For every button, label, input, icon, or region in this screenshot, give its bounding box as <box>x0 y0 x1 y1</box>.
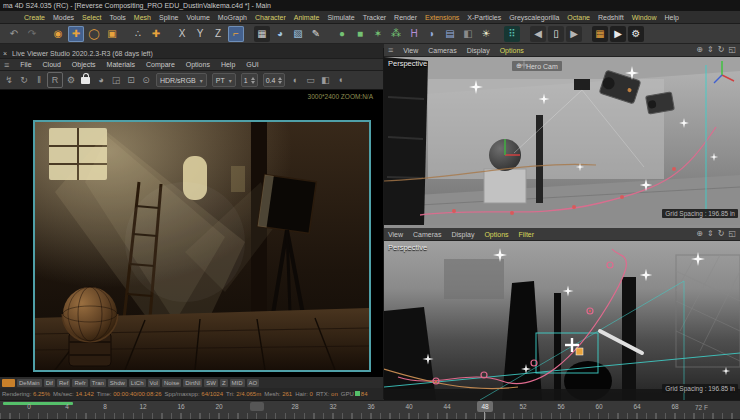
cube-primitive-icon[interactable]: ■ <box>352 26 368 42</box>
camera-view-icon[interactable]: ◧ <box>318 73 332 87</box>
pick-material-icon[interactable]: ◲ <box>109 73 123 87</box>
render-pass-button[interactable]: MID <box>230 379 245 387</box>
bottom-viewport-canvas[interactable]: Perspective Grid Spacing : 196.85 in <box>384 241 740 400</box>
render-picture-viewer-icon[interactable]: ▶ <box>610 26 626 42</box>
render-pass-button[interactable]: DirtNl <box>183 379 202 387</box>
film-settings-icon[interactable]: ▭ <box>303 73 317 87</box>
sphere-primitive-icon[interactable]: ● <box>334 26 350 42</box>
floor-object-icon[interactable]: ▤ <box>442 26 458 42</box>
pause-render-icon[interactable]: ‖ <box>32 73 46 87</box>
spacer-3[interactable] <box>166 26 172 42</box>
sync-render-icon[interactable]: ↻ <box>17 73 31 87</box>
octane-menu-item[interactable]: Options <box>186 61 210 68</box>
viewport-menu-item[interactable]: Display <box>467 47 490 54</box>
camera-object-icon[interactable]: ◧ <box>460 26 476 42</box>
content-browser-icon[interactable]: ▧ <box>290 26 306 42</box>
zoom-view-icon[interactable]: ⇕ <box>707 230 714 238</box>
render-pass-button[interactable]: DeMain <box>17 379 42 387</box>
octane-render-viewport[interactable]: 3000*2400 ZOOM:N/A <box>0 90 383 377</box>
viewport-menu-item[interactable]: Filter <box>519 231 535 238</box>
scale-tool-icon[interactable]: ▣ <box>104 26 120 42</box>
snap-tool-icon[interactable]: ✚ <box>148 26 164 42</box>
hero-cam-label[interactable]: ⊕ Hero Cam <box>512 61 562 71</box>
axis-z-icon[interactable]: Z <box>210 26 226 42</box>
render-pass-button[interactable]: Ref <box>57 379 70 387</box>
start-render-icon[interactable]: ↯ <box>2 73 16 87</box>
render-pass-button[interactable]: Dif <box>44 379 55 387</box>
pen-tool-icon[interactable]: ✎ <box>308 26 324 42</box>
viewport-menu-item[interactable]: Options <box>484 231 508 238</box>
hamburger-icon[interactable]: ≡ <box>388 45 393 55</box>
render-pass-button[interactable]: Noise <box>162 379 181 387</box>
render-view-icon[interactable]: ▦ <box>254 26 270 42</box>
restart-render-icon[interactable]: R <box>47 72 63 88</box>
pan-view-icon[interactable]: ⊕ <box>696 230 703 238</box>
render-pass-button[interactable]: Refr <box>72 379 87 387</box>
undo-icon[interactable]: ↶ <box>6 26 22 42</box>
render-pass-button[interactable]: LtCh <box>129 379 146 387</box>
move-handle-icon[interactable]: ⊕ <box>516 62 522 70</box>
star-primitive-icon[interactable]: ✶ <box>370 26 386 42</box>
timeline-ruler[interactable]: 048121620242832364044485256606468 48 72 … <box>0 400 740 420</box>
team-render-icon[interactable]: ◕ <box>272 26 288 42</box>
spacer-2[interactable] <box>122 26 128 42</box>
render-pass-button[interactable]: Tran <box>90 379 106 387</box>
close-icon[interactable]: × <box>3 50 7 57</box>
render-pass-button[interactable]: AO <box>247 379 260 387</box>
kernel-dropdown[interactable]: PT▾ <box>212 73 236 87</box>
move-tool-icon[interactable]: ✚ <box>68 26 84 42</box>
subsample-icon[interactable]: ◖ <box>333 73 347 87</box>
live-selection-icon[interactable]: ◉ <box>50 26 66 42</box>
stepper-arrows-icon[interactable] <box>278 77 282 84</box>
rotate-view-icon[interactable]: ↻ <box>718 46 725 54</box>
octane-menu-item[interactable]: Help <box>221 61 235 68</box>
render-pass-button[interactable]: Vol <box>148 379 160 387</box>
last-tool-icon[interactable]: ∴ <box>130 26 146 42</box>
top-viewport-canvas[interactable]: ⊕ Hero Cam Perspective Grid Spacing : 19… <box>384 57 740 225</box>
samples-stepper[interactable]: 1 <box>241 73 258 87</box>
maximize-view-icon[interactable]: ◱ <box>728 46 736 54</box>
spacer-4[interactable] <box>246 26 252 42</box>
mograph-icon[interactable]: ⠿ <box>504 26 520 42</box>
metaball-icon[interactable]: ◗ <box>424 26 440 42</box>
region-render-icon[interactable]: ⊙ <box>139 73 153 87</box>
render-pass-button[interactable]: SW <box>204 379 218 387</box>
cluster-primitive-icon[interactable]: ⁂ <box>388 26 404 42</box>
viewport-menu-item[interactable]: Options <box>500 47 524 54</box>
spacer-8[interactable] <box>584 26 590 42</box>
render-pass-button[interactable]: Z <box>220 379 228 387</box>
light-object-icon[interactable]: ☀ <box>478 26 494 42</box>
document-icon[interactable]: ▯ <box>548 26 564 42</box>
clay-mode-icon[interactable]: ◕ <box>94 73 108 87</box>
lock-resolution-icon[interactable] <box>81 77 90 84</box>
octane-menu-item[interactable]: File <box>20 61 31 68</box>
axis-y-icon[interactable]: Y <box>192 26 208 42</box>
render-pass-button[interactable]: Shdw <box>108 379 127 387</box>
render-active-view-icon[interactable]: ▦ <box>592 26 608 42</box>
next-document-icon[interactable]: ▶ <box>566 26 582 42</box>
gamma-stepper[interactable]: 0.4 <box>263 73 286 87</box>
prev-document-icon[interactable]: ◀ <box>530 26 546 42</box>
octane-menu-item[interactable]: Materials <box>107 61 135 68</box>
timeline-marker[interactable] <box>250 402 264 411</box>
pick-focus-icon[interactable]: ⊡ <box>124 73 138 87</box>
background-mode-icon[interactable]: ◐ <box>288 73 302 87</box>
render-settings-icon[interactable]: ⚙ <box>628 26 644 42</box>
spacer-5[interactable] <box>326 26 332 42</box>
pan-view-icon[interactable]: ⊕ <box>696 46 703 54</box>
viewport-menu-item[interactable]: View <box>388 231 403 238</box>
viewport-menu-item[interactable]: Cameras <box>413 231 441 238</box>
rotate-tool-icon[interactable]: ◯ <box>86 26 102 42</box>
rotate-view-icon[interactable]: ↻ <box>718 230 725 238</box>
viewport-menu-item[interactable]: Display <box>451 231 474 238</box>
octane-render-image[interactable] <box>33 120 371 372</box>
timeline-playhead[interactable]: 48 <box>477 401 493 412</box>
colorspace-dropdown[interactable]: HDR/sRGB▾ <box>156 73 207 87</box>
octane-menu-item[interactable]: Compare <box>146 61 175 68</box>
coord-system-icon[interactable]: ⌐ <box>228 26 244 42</box>
maximize-view-icon[interactable]: ◱ <box>728 230 736 238</box>
hamburger-icon[interactable]: ≡ <box>4 60 9 70</box>
beauty-pass-icon[interactable] <box>2 379 15 387</box>
spline-object-icon[interactable]: H <box>406 26 422 42</box>
spacer-6[interactable] <box>496 26 502 42</box>
